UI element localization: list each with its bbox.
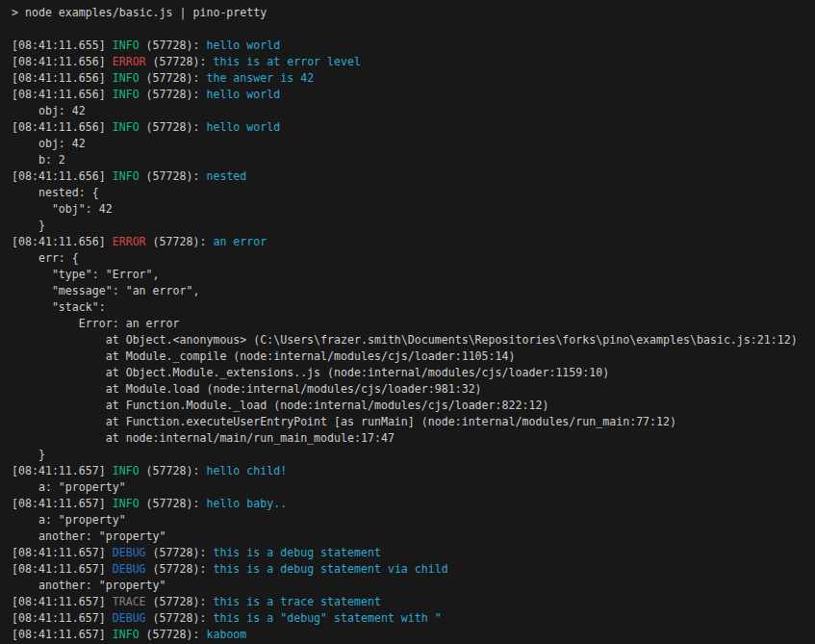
- pid: (57728):: [140, 88, 207, 101]
- log-message: hello world: [206, 88, 280, 101]
- terminal-line: }: [12, 447, 815, 463]
- terminal-line: a: "property": [12, 479, 815, 496]
- pid: (57728):: [140, 169, 207, 183]
- property: "message": "an error",: [12, 284, 199, 297]
- timestamp: [08:41:11.655]: [12, 39, 113, 52]
- property: obj: 42: [12, 137, 86, 150]
- log-level: INFO: [113, 71, 140, 85]
- pid: (57728):: [146, 235, 214, 248]
- terminal-line: [08:41:11.656] ERROR (57728): this is at…: [12, 54, 815, 70]
- property: obj: 42: [12, 104, 86, 117]
- terminal-line: "stack":: [12, 299, 815, 316]
- log-level: DEBUG: [113, 546, 146, 559]
- log-message: hello world: [206, 120, 280, 134]
- log-level: INFO: [113, 88, 140, 101]
- terminal-line: [08:41:11.657] INFO (57728): hello baby.…: [12, 496, 815, 512]
- timestamp: [08:41:11.656]: [12, 120, 113, 134]
- pid: (57728):: [146, 562, 214, 576]
- terminal-line: nested: {: [12, 185, 815, 201]
- terminal-line: another: "property": [12, 528, 815, 545]
- pid: (57728):: [140, 120, 207, 134]
- log-level: INFO: [113, 464, 140, 477]
- terminal-line: at Function.Module._load (node:internal/…: [12, 398, 815, 414]
- terminal-line: }: [12, 218, 815, 234]
- stack-line: at Function.Module._load (node:internal/…: [12, 399, 548, 412]
- terminal-line: [08:41:11.657] TRACE (57728): this is a …: [12, 594, 815, 610]
- terminal-line: a: "property": [12, 512, 815, 528]
- pid: (57728):: [146, 55, 214, 68]
- timestamp: [08:41:11.657]: [12, 628, 113, 641]
- terminal-output: > node examples/basic.js | pino-pretty[0…: [12, 5, 815, 643]
- log-message: an error: [213, 235, 267, 248]
- timestamp: [08:41:11.657]: [12, 497, 113, 510]
- terminal-line: [08:41:11.657] INFO (57728): kaboom: [12, 627, 815, 643]
- command: node examples/basic.js | pino-pretty: [25, 6, 267, 19]
- log-message: this is a debug statement: [213, 546, 381, 559]
- terminal-line: obj: 42: [12, 103, 815, 119]
- terminal-line: "type": "Error",: [12, 267, 815, 283]
- timestamp: [08:41:11.657]: [12, 562, 113, 576]
- prompt-symbol: >: [12, 6, 25, 19]
- log-level: INFO: [113, 39, 140, 52]
- terminal-line: [12, 21, 815, 38]
- log-message: this is a debug statement via child: [213, 562, 447, 576]
- log-level: INFO: [113, 497, 140, 510]
- terminal-line: "message": "an error",: [12, 283, 815, 299]
- log-level: DEBUG: [113, 562, 146, 576]
- timestamp: [08:41:11.656]: [12, 55, 113, 68]
- pid: (57728):: [140, 39, 207, 52]
- log-level: DEBUG: [113, 611, 146, 625]
- timestamp: [08:41:11.657]: [12, 464, 113, 477]
- log-message: nested: [206, 169, 246, 183]
- log-level: ERROR: [113, 55, 146, 68]
- timestamp: [08:41:11.657]: [12, 595, 113, 608]
- terminal-line: at Function.executeUserEntryPoint [as ru…: [12, 414, 815, 430]
- log-message: hello child!: [206, 464, 287, 477]
- property: a: "property": [12, 480, 126, 494]
- terminal-line: [08:41:11.656] INFO (57728): nested: [12, 168, 815, 185]
- property: }: [12, 448, 45, 461]
- stack-line: at node:internal/main/run_main_module:17…: [12, 431, 395, 445]
- terminal-line: err: {: [12, 250, 815, 267]
- property: err: {: [12, 251, 79, 265]
- timestamp: [08:41:11.656]: [12, 88, 113, 101]
- log-message: kaboom: [206, 628, 246, 641]
- terminal-line: [08:41:11.657] DEBUG (57728): this is a …: [12, 610, 815, 627]
- terminal-line: [08:41:11.657] INFO (57728): hello child…: [12, 463, 815, 479]
- pid: (57728):: [146, 546, 214, 559]
- log-message: this is a trace statement: [213, 595, 381, 608]
- property: nested: {: [12, 186, 99, 199]
- log-message: hello world: [206, 39, 280, 52]
- property: "stack":: [12, 300, 106, 314]
- terminal-line: b: 2: [12, 152, 815, 168]
- log-message: the answer is 42: [206, 71, 314, 85]
- pid: (57728):: [140, 464, 207, 477]
- terminal-line: at Module.load (node:internal/modules/cj…: [12, 381, 815, 398]
- log-level: INFO: [113, 120, 140, 134]
- property: a: "property": [12, 513, 126, 527]
- pid: (57728):: [140, 71, 207, 85]
- stack-line: Error: an error: [12, 317, 180, 330]
- log-message: this is a "debug" statement with ": [213, 611, 441, 625]
- property: "type": "Error",: [12, 268, 160, 281]
- property: }: [12, 219, 45, 232]
- log-level: TRACE: [113, 595, 146, 608]
- timestamp: [08:41:11.656]: [12, 71, 113, 85]
- terminal[interactable]: > node examples/basic.js | pino-pretty[0…: [0, 0, 815, 644]
- log-level: INFO: [113, 169, 140, 183]
- log-level: INFO: [113, 628, 140, 641]
- terminal-line: "obj": 42: [12, 201, 815, 218]
- terminal-line: [08:41:11.657] DEBUG (57728): this is a …: [12, 545, 815, 561]
- terminal-line: obj: 42: [12, 136, 815, 152]
- terminal-line: [08:41:11.657] DEBUG (57728): this is a …: [12, 561, 815, 578]
- stack-line: at Module.load (node:internal/modules/cj…: [12, 382, 482, 396]
- terminal-line: Error: an error: [12, 316, 815, 332]
- property: another: "property": [12, 529, 166, 543]
- pid: (57728):: [140, 497, 207, 510]
- property: another: "property": [12, 579, 166, 592]
- log-message: hello baby..: [206, 497, 287, 510]
- log-level: ERROR: [113, 235, 146, 248]
- stack-line: at Object.<anonymous> (C:\Users\frazer.s…: [12, 333, 798, 347]
- timestamp: [08:41:11.656]: [12, 169, 113, 183]
- terminal-line: [08:41:11.656] INFO (57728): hello world: [12, 119, 815, 136]
